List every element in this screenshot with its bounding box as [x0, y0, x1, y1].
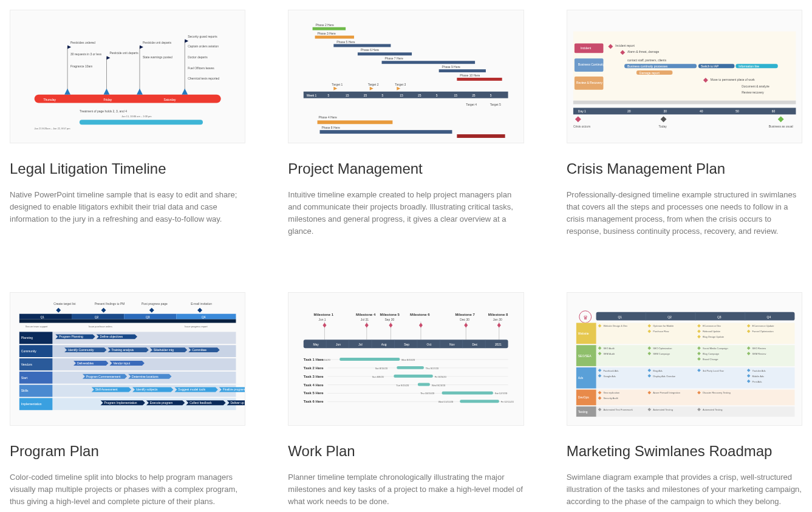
- svg-text:Security guard reports: Security guard reports: [188, 35, 217, 38]
- svg-text:Milestone 8: Milestone 8: [488, 313, 508, 316]
- svg-text:Training analysis: Training analysis: [111, 349, 134, 352]
- svg-rect-124: [19, 319, 236, 323]
- svg-text:Q4: Q4: [202, 316, 206, 319]
- card-work-plan[interactable]: Milestone 1Jun 1Milestone 4Jul 31Milesto…: [288, 292, 524, 508]
- svg-text:SEO/SEA: SEO/SEA: [578, 355, 591, 358]
- thumbnail-legal-litigation: Pesticides ordered 30 requests in 3 or l…: [10, 10, 245, 143]
- svg-text:♛: ♛: [582, 315, 587, 321]
- svg-text:Phase 7 Here: Phase 7 Here: [385, 57, 403, 60]
- svg-marker-102: [575, 116, 581, 122]
- svg-text:Milestone 6: Milestone 6: [410, 313, 430, 316]
- svg-text:5: 5: [382, 94, 384, 97]
- svg-text:Fri 9/25/20: Fri 9/25/20: [435, 375, 447, 378]
- svg-text:Wed 9/23/20: Wed 9/23/20: [432, 384, 446, 387]
- card-project-management[interactable]: Phase 2 Here Phase 3 Here Phase 5 Here P…: [288, 10, 524, 237]
- svg-rect-95: [573, 108, 796, 115]
- svg-text:Define objectives: Define objectives: [100, 336, 123, 339]
- svg-marker-206: [497, 323, 501, 328]
- svg-text:Planning: Planning: [21, 337, 33, 340]
- svg-text:Display Ads Overdue: Display Ads Overdue: [653, 375, 676, 378]
- svg-text:Bing Ads: Bing Ads: [653, 369, 663, 372]
- svg-text:Jun: Jun: [336, 344, 341, 347]
- svg-text:20: 20: [627, 110, 631, 113]
- svg-marker-195: [389, 323, 393, 328]
- svg-text:Social Media Campaign: Social Media Campaign: [703, 347, 728, 350]
- card-crisis-management[interactable]: Incident Business Continuity Review & Re…: [567, 10, 802, 237]
- svg-text:Target 3: Target 3: [395, 83, 406, 86]
- card-title: Work Plan: [288, 443, 524, 460]
- card-legal-litigation[interactable]: Pesticides ordered 30 requests in 3 or l…: [10, 10, 245, 237]
- card-title: Legal Litigation Timeline: [10, 160, 245, 178]
- svg-text:Phase 5 Here: Phase 5 Here: [337, 41, 355, 44]
- svg-text:Jan 11, 10:06 am – 1:00 pm: Jan 11, 10:06 am – 1:00 pm: [121, 115, 152, 118]
- svg-text:Week 1: Week 1: [307, 94, 317, 97]
- svg-text:Switch to IAP: Switch to IAP: [701, 65, 719, 68]
- svg-text:Nov: Nov: [449, 344, 455, 347]
- svg-text:Q1: Q1: [618, 316, 622, 319]
- svg-text:Optimize for Mobile: Optimize for Mobile: [653, 325, 674, 328]
- svg-rect-66: [318, 120, 393, 124]
- svg-marker-24: [104, 89, 110, 95]
- svg-text:Determine locations: Determine locations: [132, 375, 159, 378]
- svg-text:Website Design & Dev: Website Design & Dev: [603, 325, 627, 328]
- svg-text:15: 15: [400, 94, 404, 97]
- svg-text:Q2: Q2: [667, 316, 672, 319]
- svg-text:Target 2: Target 2: [368, 83, 379, 86]
- svg-text:Finalize program budget: Finalize program budget: [223, 389, 245, 392]
- svg-text:Post progress page: Post progress page: [142, 302, 168, 305]
- card-desc: Intuitive timeline example created to he…: [288, 189, 524, 238]
- svg-rect-36: [334, 44, 391, 47]
- svg-rect-252: [460, 400, 499, 403]
- svg-text:Oct: Oct: [427, 344, 432, 347]
- thumbnail-project-management: Phase 2 Here Phase 3 Here Phase 5 Here P…: [288, 10, 524, 143]
- svg-text:Create target list: Create target list: [53, 302, 76, 305]
- svg-rect-29: [80, 120, 203, 125]
- svg-text:Ads: Ads: [578, 377, 583, 380]
- svg-marker-187: [323, 323, 327, 328]
- svg-text:Identify subjects: Identify subjects: [136, 389, 158, 392]
- svg-marker-26: [182, 89, 188, 95]
- svg-text:Information line: Information line: [739, 65, 759, 68]
- svg-rect-69: [457, 134, 505, 138]
- svg-rect-42: [439, 69, 486, 72]
- svg-text:30: 30: [663, 110, 667, 113]
- svg-text:25: 25: [418, 94, 421, 97]
- svg-text:Saturday: Saturday: [164, 98, 176, 101]
- svg-marker-112: [56, 308, 61, 313]
- card-title: Marketing Swimlanes Roadmap: [567, 443, 802, 460]
- svg-text:Website: Website: [578, 332, 589, 335]
- svg-text:Implementation: Implementation: [21, 403, 42, 406]
- svg-text:Secure team support: Secure team support: [26, 326, 49, 329]
- svg-text:Wed 11/11/20: Wed 11/11/20: [438, 401, 454, 404]
- svg-text:Committee: Committee: [192, 349, 206, 352]
- svg-marker-25: [137, 89, 143, 95]
- svg-text:Dec: Dec: [473, 344, 478, 347]
- svg-marker-9: [140, 45, 143, 49]
- svg-text:Vendor input: Vendor input: [113, 362, 130, 365]
- svg-text:Deliverables: Deliverables: [77, 362, 94, 365]
- svg-text:Mon 8/10/20: Mon 8/10/20: [402, 358, 416, 361]
- svg-text:Aug: Aug: [381, 344, 387, 347]
- svg-text:Friday: Friday: [104, 98, 112, 101]
- svg-text:15: 15: [346, 94, 349, 97]
- svg-text:Thursday: Thursday: [43, 98, 56, 101]
- svg-text:30 requests in 3 or less: 30 requests in 3 or less: [70, 53, 102, 56]
- svg-text:Youtube Ads: Youtube Ads: [752, 369, 765, 372]
- svg-rect-40: [382, 61, 476, 64]
- svg-text:25: 25: [364, 94, 367, 97]
- card-program-plan[interactable]: Create target list Present findings to P…: [10, 292, 245, 508]
- svg-text:50: 50: [735, 110, 739, 113]
- svg-text:Damage report: Damage report: [640, 72, 660, 75]
- svg-marker-6: [106, 56, 110, 60]
- svg-text:Incident: Incident: [580, 47, 591, 50]
- svg-text:Crisis occurs: Crisis occurs: [573, 125, 591, 128]
- svg-text:Document & analyze: Document & analyze: [742, 85, 769, 88]
- svg-rect-247: [442, 392, 493, 395]
- svg-text:3rd Party Local Gov: 3rd Party Local Gov: [703, 369, 724, 372]
- svg-text:DevOps: DevOps: [578, 397, 589, 400]
- svg-text:Task 4 Here: Task 4 Here: [304, 383, 324, 387]
- svg-text:Q2: Q2: [95, 316, 99, 319]
- svg-text:Fri 12/11/20: Fri 12/11/20: [501, 401, 514, 404]
- card-marketing-swimlanes[interactable]: ♛ Q1Q2Q3Q4 WebsiteWebsite Design & DevOp…: [567, 292, 802, 508]
- svg-text:SEM Campaign: SEM Campaign: [653, 352, 670, 355]
